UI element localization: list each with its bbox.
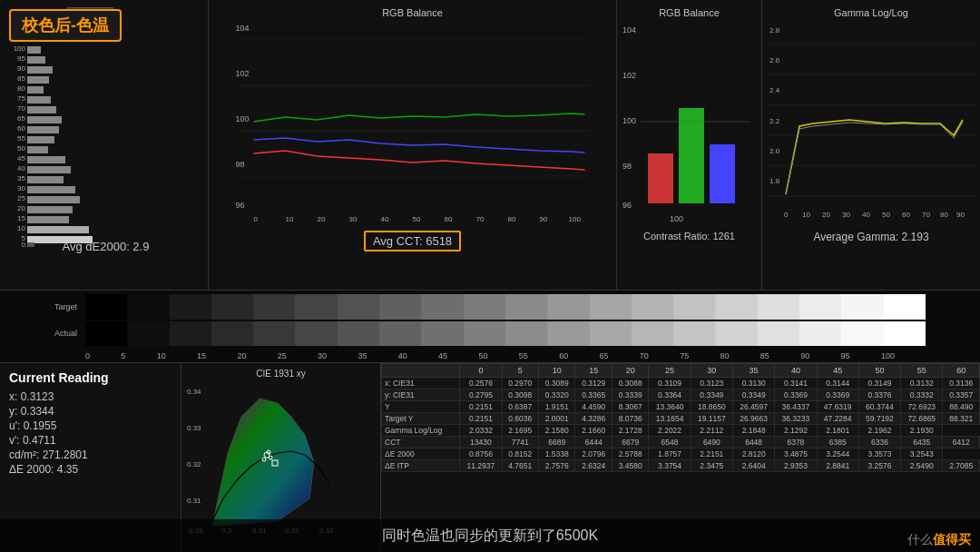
table-cell: 36.3233 xyxy=(775,413,817,425)
table-cell: 0.3320 xyxy=(539,389,575,401)
col-20: 20 xyxy=(612,364,648,378)
svg-text:0.33: 0.33 xyxy=(187,424,201,432)
table-cell: 1.8757 xyxy=(649,448,691,460)
table-cell: 0.3089 xyxy=(539,378,575,389)
col-5: 5 xyxy=(502,364,538,378)
svg-text:10: 10 xyxy=(17,224,25,232)
gs-80: 80 xyxy=(720,351,730,360)
table-cell: 0.6387 xyxy=(502,401,538,413)
table-cell: 0.3088 xyxy=(612,378,648,389)
table-cell: 0.3130 xyxy=(732,378,774,389)
svg-rect-38 xyxy=(27,216,69,223)
table-cell: 3.4580 xyxy=(612,460,648,472)
rgb-balance-title: RGB Balance xyxy=(218,7,607,18)
avg-cct-container: Avg CCT: 6518 xyxy=(218,231,607,251)
watermark-prefix: 什么 xyxy=(907,532,933,547)
rgb-bars-chart: RGB Balance 104 102 100 98 96 100 Contra… xyxy=(617,0,762,290)
svg-text:100: 100 xyxy=(670,214,683,223)
table-cell: 0.3136 xyxy=(943,378,980,389)
table-cell: 0.3098 xyxy=(502,389,538,401)
table-cell: 2.5490 xyxy=(901,460,943,472)
svg-text:90: 90 xyxy=(17,64,25,73)
svg-rect-25 xyxy=(27,86,44,94)
table-row: Gamma Log/Log2.03322.16952.15802.16602.1… xyxy=(382,425,980,437)
table-cell: 3.3573 xyxy=(858,448,900,460)
table-cell: 2.1962 xyxy=(858,425,900,437)
gs-45: 45 xyxy=(438,351,447,360)
svg-text:96: 96 xyxy=(622,201,632,210)
row-label: Gamma Log/Log xyxy=(382,425,460,437)
svg-rect-33 xyxy=(27,166,71,173)
table-cell: 2.1728 xyxy=(612,425,648,437)
row-label: CCT xyxy=(382,437,460,448)
table-cell: 3.2543 xyxy=(901,448,943,460)
table-cell: 0.3376 xyxy=(858,389,900,401)
table-row: Target Y0.21510.60362.00014.32868.073613… xyxy=(382,413,980,425)
table-cell: 72.6923 xyxy=(901,401,943,413)
table-cell: 0.8756 xyxy=(460,448,502,460)
table-cell: 2.0001 xyxy=(539,413,575,425)
table-cell: 2.6404 xyxy=(732,460,774,472)
col-0: 0 xyxy=(460,364,502,378)
table-row: Y0.21510.63871.91514.45908.306713.364018… xyxy=(382,401,980,413)
svg-marker-113 xyxy=(212,399,314,526)
table-cell: 8.3067 xyxy=(612,401,648,413)
table-cell: 0.3129 xyxy=(575,378,612,389)
gs-100: 100 xyxy=(881,351,895,360)
page-title: 校色后-色温 xyxy=(22,16,109,34)
table-cell: 0.3132 xyxy=(901,378,943,389)
col-45: 45 xyxy=(817,364,858,378)
table-cell: 1.9151 xyxy=(539,401,575,413)
svg-rect-76 xyxy=(648,153,673,203)
gs-70: 70 xyxy=(640,351,649,360)
table-cell: 0.3357 xyxy=(943,389,980,401)
table-cell: 6435 xyxy=(901,437,943,448)
svg-text:70: 70 xyxy=(476,215,485,223)
svg-text:100: 100 xyxy=(569,215,582,223)
table-cell: 0.3109 xyxy=(649,378,691,389)
svg-text:80: 80 xyxy=(17,84,25,93)
avg-gamma-label: Average Gamma: 2.193 xyxy=(768,231,975,243)
table-cell: 0.2576 xyxy=(460,378,502,389)
avg-cct-label: Avg CCT: 6518 xyxy=(364,231,461,251)
table-cell: 2.1580 xyxy=(539,425,575,437)
table-cell: 2.2151 xyxy=(691,448,732,460)
row-label: Y xyxy=(382,401,460,413)
svg-text:80: 80 xyxy=(508,215,516,223)
table-cell: 2.6324 xyxy=(575,460,612,472)
table-cell: 2.2022 xyxy=(649,425,691,437)
col-40: 40 xyxy=(775,364,817,378)
table-cell: 1.5338 xyxy=(539,448,575,460)
svg-rect-23 xyxy=(27,66,53,74)
svg-rect-29 xyxy=(27,126,59,133)
svg-text:95: 95 xyxy=(17,54,25,63)
reading-y: y: 0.3344 xyxy=(9,405,172,418)
rgb-balance-chart: RGB Balance 104 102 100 98 96 0 10 20 xyxy=(209,0,617,290)
contrast-label: Contrast Ratio: 1261 xyxy=(622,231,756,242)
row-label: Target Y xyxy=(382,413,460,425)
table-cell: 6444 xyxy=(575,437,612,448)
table-cell: 13.1654 xyxy=(649,413,691,425)
svg-text:20: 20 xyxy=(318,215,326,223)
table-cell: 88.321 xyxy=(943,413,980,425)
svg-text:70: 70 xyxy=(17,104,25,113)
table-cell: 0.2151 xyxy=(460,413,502,425)
svg-text:25: 25 xyxy=(17,194,25,202)
table-cell: 0.3141 xyxy=(775,378,817,389)
svg-rect-26 xyxy=(27,96,51,104)
svg-rect-30 xyxy=(27,136,54,143)
table-cell: 6679 xyxy=(612,437,648,448)
svg-text:0: 0 xyxy=(22,241,26,249)
table-cell: 47.6319 xyxy=(817,401,858,413)
svg-text:50: 50 xyxy=(882,211,890,219)
table-row: ΔE ITP11.29374.76512.75762.63243.45803.3… xyxy=(382,460,980,472)
table-cell: 4.3286 xyxy=(575,413,612,425)
table-row: CCT1343077416689644466796548649064486378… xyxy=(382,437,980,448)
gs-40: 40 xyxy=(398,351,407,360)
gs-35: 35 xyxy=(358,351,367,360)
svg-text:50: 50 xyxy=(17,144,25,153)
svg-rect-32 xyxy=(27,156,65,163)
gs-60: 60 xyxy=(559,351,568,360)
svg-text:10: 10 xyxy=(802,211,810,219)
svg-text:2.4: 2.4 xyxy=(769,86,780,94)
